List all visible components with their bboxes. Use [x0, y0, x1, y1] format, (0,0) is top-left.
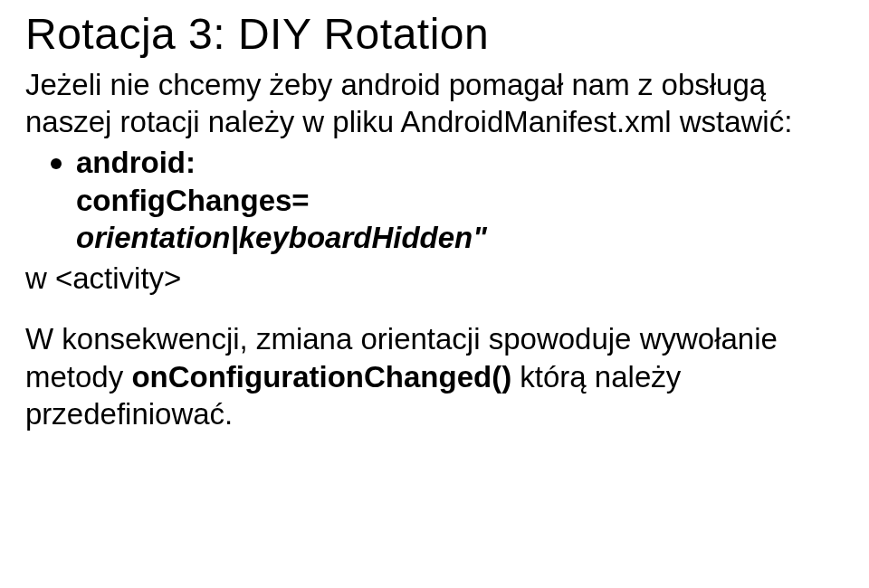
bullet-line-android: android: — [76, 144, 844, 181]
bullet-line-config: configChanges= " — [25, 182, 869, 219]
manifest-filename: AndroidManifest.xml — [401, 105, 672, 138]
bullet-dot-icon — [51, 158, 62, 169]
activity-tag: <activity> — [55, 261, 181, 295]
intro-paragraph: Jeżeli nie chcemy żeby android pomagał n… — [25, 66, 844, 141]
activity-line: w <activity> — [25, 260, 844, 297]
intro-text-2: wstawić: — [671, 105, 792, 138]
spacer — [25, 300, 844, 320]
bullet-row-1: android: — [25, 144, 844, 181]
bullet-item: android: configChanges= " orientation|ke… — [25, 144, 844, 256]
consequence-method: onConfigurationChanged() — [131, 360, 511, 394]
config-changes-key: configChanges= — [76, 182, 310, 219]
consequence-paragraph: W konsekwencji, zmiana orientacji spowod… — [25, 320, 844, 432]
slide: Rotacja 3: DIY Rotation Jeżeli nie chcem… — [0, 0, 869, 432]
slide-body: Jeżeli nie chcemy żeby android pomagał n… — [25, 66, 844, 432]
slide-title: Rotacja 3: DIY Rotation — [25, 11, 844, 59]
config-value: orientation|keyboardHidden" — [25, 219, 844, 256]
activity-prefix: w — [25, 261, 55, 295]
